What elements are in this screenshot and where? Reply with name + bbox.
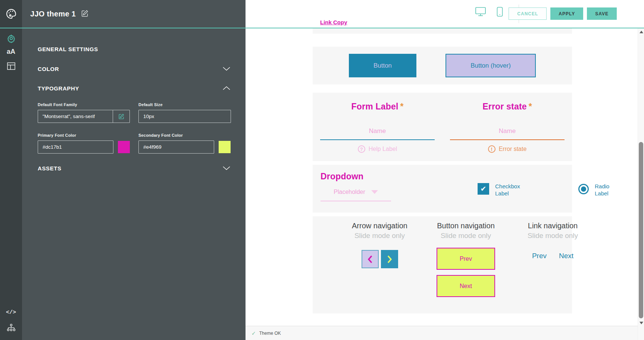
preview-button[interactable]: Button xyxy=(349,54,416,77)
theme-header: JJO theme 1 xyxy=(22,0,246,28)
checkbox-label: CheckboxLabel xyxy=(495,183,520,197)
error-label-row: ! Error state xyxy=(443,145,572,153)
font-family-group xyxy=(38,110,130,123)
nav-next-link[interactable]: Next xyxy=(559,252,573,260)
link-card-remnant xyxy=(313,28,572,34)
checkbox[interactable]: ✔ xyxy=(478,183,489,195)
status-bar: ✓ Theme OK xyxy=(246,326,638,340)
form-label-heading: Form Label* xyxy=(313,102,442,112)
font-family-label: Default Font Family xyxy=(38,102,77,107)
radio-button[interactable] xyxy=(578,184,589,194)
layout-table-icon[interactable] xyxy=(0,62,22,70)
chevron-down-icon xyxy=(222,165,231,171)
buttons-card: Button Button (hover) xyxy=(313,47,572,84)
font-family-input[interactable] xyxy=(38,110,113,123)
desktop-preview-icon[interactable] xyxy=(475,7,486,18)
secondary-font-color-input[interactable] xyxy=(138,140,214,154)
cancel-button[interactable]: CANCEL xyxy=(509,7,547,20)
status-check-icon: ✓ xyxy=(251,330,256,336)
navigation-card: Arrow navigation Slide mode only Button … xyxy=(313,216,572,313)
primary-font-color-label: Primary Font Color xyxy=(38,133,76,137)
nav-prev-button[interactable]: Prev xyxy=(437,248,495,270)
dropdown-caret-icon xyxy=(371,190,378,194)
typography-icon[interactable]: aA xyxy=(0,48,22,56)
arrow-nav-subtitle: Slide mode only xyxy=(337,232,423,240)
font-family-edit-icon[interactable] xyxy=(113,110,129,123)
link-copy-link[interactable]: Link Copy xyxy=(320,19,347,25)
sitemap-icon[interactable] xyxy=(0,323,22,333)
radio-dot-icon xyxy=(581,186,586,192)
help-label-row: ? Help Label xyxy=(313,145,442,153)
check-icon: ✔ xyxy=(481,185,487,193)
vertical-scrollbar[interactable] xyxy=(638,28,644,340)
settings-sidebar: JJO theme 1 GENERAL SETTINGS COLOR TYPOG… xyxy=(22,0,246,340)
default-size-input[interactable] xyxy=(138,110,231,123)
edit-theme-name-icon[interactable] xyxy=(81,9,89,19)
preview-topbar: ? CANCEL APPLY SAVE xyxy=(246,0,644,28)
settings-gear-icon[interactable] xyxy=(0,34,22,43)
scroll-down-arrow-icon[interactable] xyxy=(640,322,643,324)
palette-logo-icon xyxy=(0,8,22,19)
nav-next-button[interactable]: Next xyxy=(437,275,495,297)
error-circle-icon: ! xyxy=(488,145,495,153)
form-input[interactable]: Name xyxy=(320,127,435,140)
section-assets[interactable]: ASSETS xyxy=(38,165,231,171)
preview-button-hover[interactable]: Button (hover) xyxy=(446,54,536,77)
nav-prev-link[interactable]: Prev xyxy=(532,252,547,260)
apply-button[interactable]: APPLY xyxy=(550,7,583,20)
theme-title: JJO theme 1 xyxy=(30,10,76,18)
button-nav-subtitle: Slide mode only xyxy=(423,232,509,240)
arrow-nav-title: Arrow navigation xyxy=(337,222,423,230)
save-button[interactable]: SAVE xyxy=(587,7,617,20)
theme-editor-app: aA </> JJO theme 1 xyxy=(0,0,644,340)
required-asterisk: * xyxy=(529,102,532,111)
arrow-prev-button[interactable] xyxy=(362,250,379,268)
scrollbar-thumb[interactable] xyxy=(639,142,643,318)
form-card: Form Label* Name ? Help Label Error stat… xyxy=(313,93,572,161)
icon-rail: aA </> xyxy=(0,0,22,340)
mobile-preview-icon[interactable] xyxy=(497,7,503,18)
primary-color-swatch[interactable] xyxy=(118,141,130,153)
status-text: Theme OK xyxy=(259,331,281,336)
error-form-input[interactable]: Name xyxy=(450,127,565,140)
section-general-settings[interactable]: GENERAL SETTINGS xyxy=(38,46,231,52)
default-size-label: Default Size xyxy=(138,102,163,107)
arrow-next-button[interactable] xyxy=(381,250,398,268)
controls-card: Dropdown Placeholder ✔ CheckboxLabel Rad… xyxy=(313,165,572,213)
primary-font-color-input[interactable] xyxy=(38,140,113,154)
help-circle-icon: ? xyxy=(358,145,365,153)
section-typography[interactable]: TYPOGRAPHY xyxy=(38,85,231,92)
dropdown-select[interactable]: Placeholder xyxy=(321,189,391,201)
chevron-down-icon xyxy=(222,66,231,72)
link-nav-subtitle: Slide mode only xyxy=(510,232,596,240)
secondary-color-swatch[interactable] xyxy=(219,141,231,153)
preview-pane: ? CANCEL APPLY SAVE Link Copy Button But… xyxy=(246,0,644,340)
chevron-up-icon xyxy=(222,85,231,92)
error-state-heading: Error state* xyxy=(443,102,572,112)
link-nav-title: Link navigation xyxy=(510,222,596,230)
required-asterisk: * xyxy=(400,102,404,111)
section-color[interactable]: COLOR xyxy=(38,66,231,72)
header-accent-line xyxy=(0,28,644,28)
code-icon[interactable]: </> xyxy=(0,309,22,316)
secondary-font-color-label: Secondary Font Color xyxy=(138,133,183,137)
scroll-up-arrow-icon[interactable] xyxy=(640,31,643,33)
radio-label: RadioLabel xyxy=(595,183,609,197)
button-nav-title: Button navigation xyxy=(423,222,509,230)
dropdown-heading: Dropdown xyxy=(321,171,363,182)
